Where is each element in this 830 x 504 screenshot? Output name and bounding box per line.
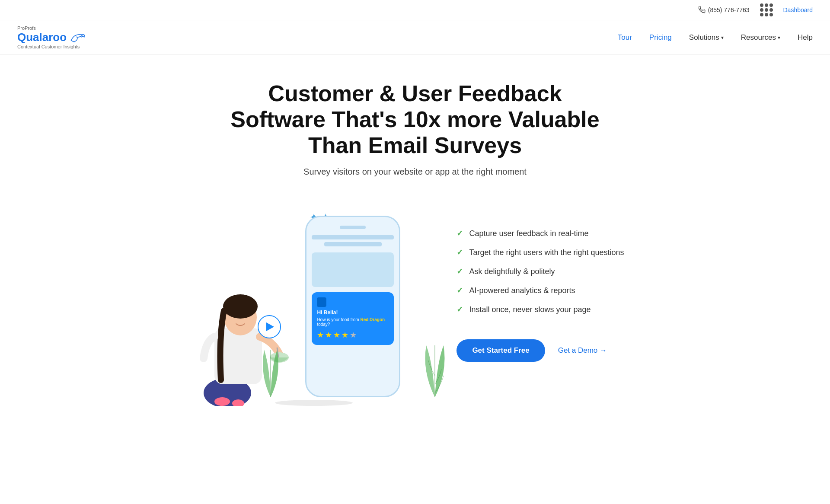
feature-text-0: Capture user feedback in real-time bbox=[469, 229, 588, 238]
dashboard-link[interactable]: Dashboard bbox=[783, 6, 813, 13]
svg-point-3 bbox=[223, 294, 258, 319]
play-icon bbox=[266, 322, 274, 331]
hero-title: Customer & User Feedback Software That's… bbox=[220, 81, 610, 158]
survey-card: Hi Bella! How is your food from Red Drag… bbox=[312, 292, 394, 345]
star-5: ★ bbox=[350, 330, 357, 340]
main-content: ✦ ✦ Hi Bella! How is your food from Red … bbox=[0, 194, 830, 432]
phone-notch bbox=[340, 226, 366, 229]
solutions-chevron-icon: ▾ bbox=[721, 35, 724, 41]
logo-proprofs: ProProfs bbox=[17, 26, 86, 31]
survey-question: How is your food from Red Dragon today? bbox=[317, 317, 389, 327]
main-nav: ProProfs Qualaroo Contextual Customer In… bbox=[0, 20, 830, 55]
phone-mockup-wrapper: ✦ ✦ Hi Bella! How is your food from Red … bbox=[275, 216, 431, 397]
star-2: ★ bbox=[325, 330, 332, 340]
feature-text-1: Target the right users with the right qu… bbox=[469, 248, 624, 257]
brand-tagline: Contextual Customer Insights bbox=[17, 44, 86, 49]
survey-greeting: Hi Bella! bbox=[317, 309, 389, 316]
star-rating: ★ ★ ★ ★ ★ bbox=[317, 330, 389, 340]
play-button[interactable] bbox=[258, 315, 281, 338]
survey-avatar bbox=[317, 297, 326, 307]
nav-solutions[interactable]: Solutions ▾ bbox=[689, 33, 724, 42]
nav-pricing[interactable]: Pricing bbox=[649, 33, 672, 42]
illustration-area: ✦ ✦ Hi Bella! How is your food from Red … bbox=[206, 203, 431, 406]
features-section: ✓ Capture user feedback in real-time ✓ T… bbox=[456, 203, 624, 362]
checkmark-icon-0: ✓ bbox=[456, 229, 463, 238]
topbar: (855) 776-7763 Dashboard bbox=[0, 0, 830, 20]
cta-area: Get Started Free Get a Demo → bbox=[456, 339, 624, 362]
feature-item-3: ✓ AI-powered analytics & reports bbox=[456, 286, 624, 295]
phone-content-area bbox=[312, 252, 394, 287]
get-started-button[interactable]: Get Started Free bbox=[456, 339, 545, 362]
checkmark-icon-4: ✓ bbox=[456, 305, 463, 314]
phone-mockup: Hi Bella! How is your food from Red Drag… bbox=[305, 216, 400, 397]
nav-resources[interactable]: Resources ▾ bbox=[741, 33, 780, 42]
phone-bar-1 bbox=[312, 235, 394, 239]
nav-help[interactable]: Help bbox=[798, 33, 813, 42]
hero-subtitle: Survey visitors on your website or app a… bbox=[17, 167, 813, 177]
feature-item-0: ✓ Capture user feedback in real-time bbox=[456, 229, 624, 238]
feature-item-1: ✓ Target the right users with the right … bbox=[456, 248, 624, 257]
feature-item-4: ✓ Install once, never slows your page bbox=[456, 305, 624, 314]
checkmark-icon-3: ✓ bbox=[456, 286, 463, 295]
feature-text-3: AI-powered analytics & reports bbox=[469, 286, 575, 295]
apps-grid-icon[interactable] bbox=[760, 3, 773, 16]
brand-name: Qualaroo bbox=[17, 31, 67, 44]
checkmark-icon-2: ✓ bbox=[456, 267, 463, 276]
checkmark-icon-1: ✓ bbox=[456, 248, 463, 257]
nav-links: Tour Pricing Solutions ▾ Resources ▾ Hel… bbox=[618, 33, 813, 42]
phone-bar-2 bbox=[324, 242, 382, 246]
logo-area: ProProfs Qualaroo Contextual Customer In… bbox=[17, 26, 86, 49]
svg-point-6 bbox=[214, 397, 230, 406]
resources-chevron-icon: ▾ bbox=[778, 35, 780, 41]
qualaroo-bird-icon bbox=[68, 32, 86, 44]
feature-item-2: ✓ Ask delightfully & politely bbox=[456, 267, 624, 276]
star-1: ★ bbox=[317, 330, 324, 340]
leaf-right-decoration bbox=[413, 328, 456, 397]
star-4: ★ bbox=[342, 330, 348, 340]
feature-text-4: Install once, never slows your page bbox=[469, 305, 591, 314]
nav-tour[interactable]: Tour bbox=[618, 33, 632, 42]
hero-section: Customer & User Feedback Software That's… bbox=[0, 55, 830, 177]
phone-number: (855) 776-7763 bbox=[699, 6, 750, 13]
leaf-left-decoration bbox=[253, 341, 288, 397]
get-demo-button[interactable]: Get a Demo → bbox=[558, 346, 607, 355]
star-3: ★ bbox=[333, 330, 340, 340]
logo-qualaroo: Qualaroo bbox=[17, 31, 86, 44]
feature-text-2: Ask delightfully & politely bbox=[469, 267, 555, 276]
